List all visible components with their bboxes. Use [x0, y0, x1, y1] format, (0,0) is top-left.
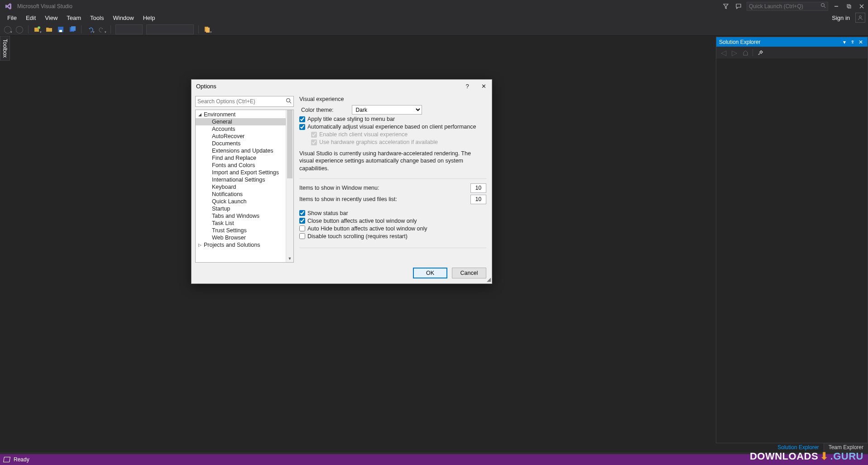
search-icon [820, 3, 826, 10]
se-fwd-icon[interactable]: ▷ [730, 48, 739, 57]
cb-touch[interactable]: Disable touch scrolling (requires restar… [299, 233, 408, 240]
svg-rect-12 [59, 30, 62, 32]
tree-item[interactable]: Find and Replace [196, 154, 293, 162]
tree-item[interactable]: Accounts [196, 125, 293, 133]
scroll-down-icon[interactable]: ▼ [286, 254, 293, 262]
cb-titlecase[interactable]: Apply title case styling to menu bar [299, 116, 395, 122]
options-tree[interactable]: ◢Environment General Accounts AutoRecove… [195, 110, 294, 263]
tree-item[interactable]: Keyboard [196, 183, 293, 191]
section-visual-experience: Visual experience [299, 96, 486, 102]
save-all-button[interactable] [67, 24, 77, 34]
tree-item[interactable]: Import and Export Settings [196, 169, 293, 176]
toolbox-side-tab[interactable]: Toolbox [0, 36, 10, 61]
svg-point-17 [287, 99, 290, 102]
se-back-icon[interactable]: ◁ [719, 48, 728, 57]
close-button[interactable] [855, 1, 868, 12]
signin-link[interactable]: Sign in [828, 13, 854, 23]
vs-logo-icon [2, 1, 14, 12]
notifications-filter-icon[interactable] [719, 1, 732, 12]
solution-explorer-title: Solution Explorer [719, 39, 760, 45]
search-icon [286, 97, 292, 105]
quick-launch-input[interactable] [747, 2, 828, 11]
open-file-button[interactable] [44, 24, 54, 34]
tree-item[interactable]: International Settings [196, 176, 293, 183]
redo-button[interactable]: ▾ [97, 24, 107, 34]
ok-button[interactable]: OK [413, 268, 447, 278]
tree-environment[interactable]: ◢Environment [196, 111, 293, 118]
save-button[interactable] [56, 24, 66, 34]
svg-rect-16 [206, 28, 210, 33]
menu-window[interactable]: Window [108, 13, 138, 23]
tree-item[interactable]: Documents [196, 140, 293, 147]
avatar-icon[interactable] [855, 13, 865, 23]
undo-button[interactable]: ▾ [85, 24, 95, 34]
pin-icon[interactable] [849, 38, 857, 46]
quick-launch-field[interactable] [749, 3, 820, 10]
cb-hw: Use hardware graphics acceleration if av… [311, 139, 438, 145]
items-recent-input[interactable] [470, 195, 486, 204]
feedback-icon[interactable] [732, 1, 745, 12]
find-in-files-button[interactable]: ▾ [202, 24, 212, 34]
tree-item-general[interactable]: General [196, 118, 293, 125]
svg-text:+: + [38, 26, 40, 29]
cancel-button[interactable]: Cancel [452, 268, 486, 278]
minimize-button[interactable] [830, 1, 843, 12]
options-search-box[interactable] [195, 96, 294, 107]
options-dialog: Options ? ✕ ◢Environment General Account… [191, 79, 492, 284]
tree-scrollbar[interactable]: ▲ ▼ [286, 110, 293, 262]
color-theme-label: Color theme: [301, 107, 334, 113]
download-icon: ⬇ [820, 451, 829, 462]
menu-view[interactable]: View [40, 13, 62, 23]
home-icon[interactable] [741, 48, 750, 57]
cb-close-affects[interactable]: Close button affects active tool window … [299, 218, 417, 224]
menu-help[interactable]: Help [139, 13, 160, 23]
maximize-button[interactable] [843, 1, 855, 12]
tree-item[interactable]: Extensions and Updates [196, 147, 293, 154]
menu-file[interactable]: File [3, 13, 21, 23]
menu-edit[interactable]: Edit [21, 13, 40, 23]
tree-item[interactable]: Tabs and Windows [196, 212, 293, 220]
divider [299, 178, 486, 179]
status-ready: Ready [14, 456, 29, 463]
tree-projects[interactable]: ▷Projects and Solutions [196, 241, 293, 249]
svg-point-7 [859, 16, 862, 18]
items-window-input[interactable] [470, 183, 486, 193]
tree-item[interactable]: Web Browser [196, 234, 293, 241]
panel-close-icon[interactable]: ✕ [857, 38, 865, 46]
visual-exp-desc: Visual Studio is currently using hardwar… [299, 150, 486, 172]
tree-item[interactable]: Quick Launch [196, 198, 293, 205]
menu-tools[interactable]: Tools [86, 13, 108, 23]
tree-item[interactable]: Notifications [196, 191, 293, 198]
panel-dropdown-icon[interactable]: ▾ [840, 38, 849, 46]
tree-item[interactable]: Startup [196, 205, 293, 212]
options-search-input[interactable] [197, 98, 286, 105]
divider [299, 248, 486, 248]
cb-status[interactable]: Show status bar [299, 210, 348, 216]
svg-rect-4 [848, 5, 851, 8]
solution-config-combo[interactable] [115, 24, 143, 34]
svg-line-1 [824, 6, 825, 8]
svg-rect-3 [847, 5, 850, 7]
solution-platform-combo[interactable] [146, 24, 194, 34]
tree-item[interactable]: AutoRecover [196, 133, 293, 140]
items-recent-label: Items to show in recently used files lis… [299, 196, 470, 202]
help-icon[interactable]: ? [459, 80, 475, 92]
tree-item[interactable]: Task List [196, 220, 293, 227]
cb-autohide-affects[interactable]: Auto Hide button affects active tool win… [299, 225, 427, 232]
watermark-logo: DOWNLOADS ⬇ .GURU [750, 451, 863, 462]
color-theme-select[interactable]: Dark [352, 105, 422, 115]
dialog-title: Options [196, 83, 216, 90]
cb-rich: Enable rich client visual experience [311, 131, 408, 138]
nav-fwd-button[interactable]: ◯ [14, 24, 24, 34]
scroll-thumb[interactable] [287, 110, 293, 178]
properties-icon[interactable] [756, 48, 765, 57]
tree-item[interactable]: Fonts and Colors [196, 162, 293, 169]
app-title: Microsoft Visual Studio [17, 3, 72, 10]
menu-team[interactable]: Team [62, 13, 86, 23]
solution-explorer-panel: Solution Explorer ▾ ✕ ◁ ▷ [716, 37, 868, 443]
dialog-close-icon[interactable]: ✕ [475, 80, 492, 92]
tree-item[interactable]: Trust Settings [196, 227, 293, 234]
new-project-button[interactable]: +▾ [32, 24, 42, 34]
cb-autoadjust[interactable]: Automatically adjust visual experience b… [299, 124, 476, 130]
nav-back-button[interactable]: ◯▾ [3, 24, 13, 34]
